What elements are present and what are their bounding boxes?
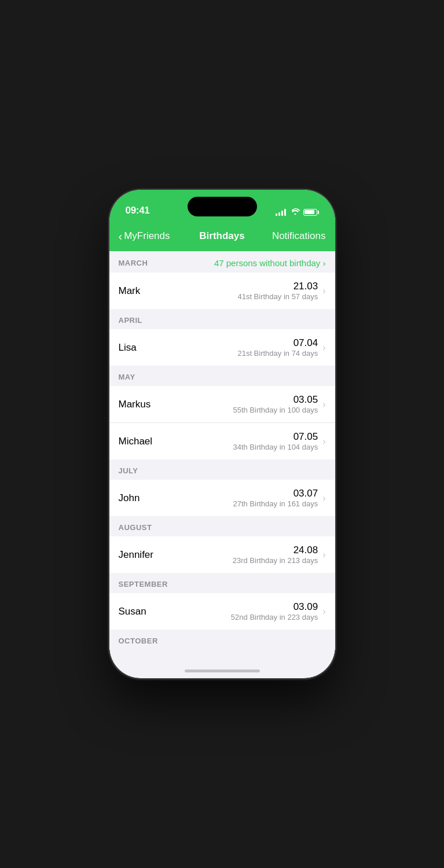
list-item[interactable]: Susan03.0952nd Birthday in 223 days›	[109, 593, 335, 630]
item-sub: 34th Birthday in 104 days	[233, 443, 318, 451]
battery-icon	[303, 209, 319, 216]
item-right: 03.0555th Birthday in 100 days›	[233, 394, 325, 414]
list-august: Jennifer24.0823rd Birthday in 213 days›	[109, 536, 335, 573]
item-date: 03.07	[233, 488, 318, 499]
section-header-september: SEPTEMBER	[109, 573, 335, 593]
item-name: Susan	[119, 606, 231, 617]
item-date-info: 03.0555th Birthday in 100 days	[233, 394, 318, 414]
month-label-march: MARCH	[119, 259, 148, 267]
month-label-august: AUGUST	[119, 523, 152, 532]
back-label: MyFriends	[124, 230, 170, 242]
item-date: 03.09	[231, 601, 318, 613]
item-name: Lisa	[119, 342, 238, 354]
list-item[interactable]: Lisa07.0421st Birthday in 74 days›	[109, 329, 335, 366]
back-chevron-icon: ‹	[119, 230, 123, 242]
notifications-button[interactable]: Notifications	[272, 230, 326, 242]
section-header-october: OCTOBER	[109, 630, 335, 650]
item-right: 21.0341st Birthday in 57 days›	[237, 281, 325, 301]
item-date-info: 07.0421st Birthday in 74 days	[237, 337, 318, 358]
month-label-july: JULY	[119, 466, 138, 475]
item-date: 03.05	[233, 394, 318, 406]
back-button[interactable]: ‹ MyFriends	[119, 230, 170, 242]
section-header-may: MAY	[109, 366, 335, 386]
item-date-info: 07.0534th Birthday in 104 days	[233, 431, 318, 451]
item-right: 03.0952nd Birthday in 223 days›	[231, 601, 326, 621]
item-date-info: 03.0952nd Birthday in 223 days	[231, 601, 318, 621]
wifi-icon	[291, 208, 300, 216]
list-item[interactable]: Mark21.0341st Birthday in 57 days›	[109, 273, 335, 309]
phone-screen: 09:41 ‹	[109, 190, 335, 678]
item-name: Mark	[119, 285, 238, 297]
section-header-july: JULY	[109, 459, 335, 480]
list-may: Markus03.0555th Birthday in 100 days›Mic…	[109, 386, 335, 459]
month-label-october: OCTOBER	[119, 637, 158, 645]
item-sub: 21st Birthday in 74 days	[237, 349, 318, 358]
phone-shell: 09:41 ‹	[109, 190, 335, 678]
dynamic-island	[188, 197, 257, 216]
item-right: 07.0534th Birthday in 104 days›	[233, 431, 325, 451]
item-sub: 41st Birthday in 57 days	[237, 292, 318, 301]
status-time: 09:41	[126, 205, 150, 216]
item-right: 03.0727th Birthday in 161 days›	[233, 488, 325, 508]
list-item[interactable]: Jennifer24.0823rd Birthday in 213 days›	[109, 536, 335, 573]
month-label-april: APRIL	[119, 316, 143, 325]
without-birthday-link[interactable]: 47 persons without birthday ›	[214, 258, 326, 268]
item-date: 07.05	[233, 431, 318, 443]
item-sub: 23rd Birthday in 213 days	[233, 556, 318, 565]
item-sub: 52nd Birthday in 223 days	[231, 613, 318, 621]
item-date-info: 24.0823rd Birthday in 213 days	[233, 545, 318, 565]
list-september: Susan03.0952nd Birthday in 223 days›	[109, 593, 335, 630]
item-name: Jennifer	[119, 549, 233, 561]
list-march: Mark21.0341st Birthday in 57 days›	[109, 273, 335, 309]
item-date-info: 21.0341st Birthday in 57 days	[237, 281, 318, 301]
list-item[interactable]: Markus03.0555th Birthday in 100 days›	[109, 386, 335, 423]
home-indicator	[185, 670, 260, 672]
chevron-right-icon: ›	[322, 606, 325, 617]
signal-bars-icon	[276, 209, 286, 216]
item-sub: 55th Birthday in 100 days	[233, 406, 318, 414]
chevron-right-icon: ›	[322, 343, 325, 353]
item-name: John	[119, 492, 233, 504]
chevron-right-icon: ›	[322, 493, 325, 503]
chevron-right-icon: ›	[322, 399, 325, 410]
item-date-info: 03.0727th Birthday in 161 days	[233, 488, 318, 508]
nav-bar: ‹ MyFriends Birthdays Notifications	[109, 221, 335, 251]
list-item[interactable]: John03.0727th Birthday in 161 days›	[109, 480, 335, 516]
list-item[interactable]: Michael07.0534th Birthday in 104 days›	[109, 423, 335, 459]
item-sub: 27th Birthday in 161 days	[233, 499, 318, 508]
item-date: 21.03	[237, 281, 318, 292]
item-date: 24.08	[233, 545, 318, 556]
chevron-right-icon: ›	[322, 550, 325, 560]
item-name: Michael	[119, 436, 233, 447]
item-right: 24.0823rd Birthday in 213 days›	[233, 545, 326, 565]
item-right: 07.0421st Birthday in 74 days›	[237, 337, 325, 358]
content-area: MARCH47 persons without birthday ›Mark21…	[109, 251, 335, 650]
nav-title: Birthdays	[199, 230, 244, 242]
chevron-right-icon: ›	[322, 436, 325, 447]
list-july: John03.0727th Birthday in 161 days›	[109, 480, 335, 516]
month-label-september: SEPTEMBER	[119, 580, 168, 589]
status-icons	[276, 208, 319, 216]
item-date: 07.04	[237, 337, 318, 349]
list-april: Lisa07.0421st Birthday in 74 days›	[109, 329, 335, 366]
item-name: Markus	[119, 399, 233, 410]
section-header-april: APRIL	[109, 309, 335, 329]
section-header-march: MARCH47 persons without birthday ›	[109, 251, 335, 273]
month-label-may: MAY	[119, 373, 135, 381]
chevron-right-icon: ›	[322, 286, 325, 296]
section-header-august: AUGUST	[109, 516, 335, 536]
